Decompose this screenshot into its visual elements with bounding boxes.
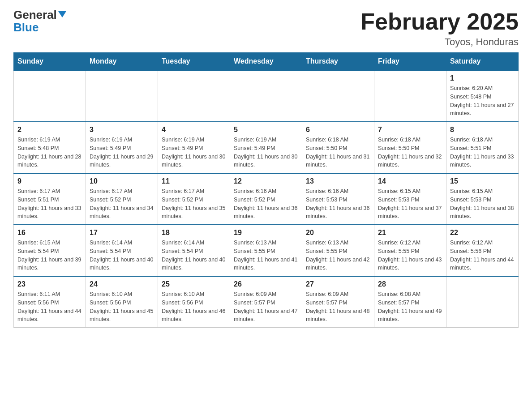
day-number: 9 [17,177,82,185]
calendar-cell: 5Sunrise: 6:19 AMSunset: 5:49 PMDaylight… [230,122,302,173]
day-info: Sunrise: 6:09 AMSunset: 5:57 PMDaylight:… [306,290,370,324]
day-info: Sunrise: 6:09 AMSunset: 5:57 PMDaylight:… [234,290,298,324]
day-info: Sunrise: 6:19 AMSunset: 5:49 PMDaylight:… [234,136,298,169]
day-number: 15 [450,177,515,185]
calendar-week-4: 16Sunrise: 6:15 AMSunset: 5:54 PMDayligh… [14,225,519,276]
day-info: Sunrise: 6:19 AMSunset: 5:49 PMDaylight:… [162,136,226,169]
day-info: Sunrise: 6:20 AMSunset: 5:48 PMDaylight:… [450,84,515,118]
day-number: 1 [450,74,515,82]
day-info: Sunrise: 6:08 AMSunset: 5:57 PMDaylight:… [378,290,442,324]
calendar-cell: 28Sunrise: 6:08 AMSunset: 5:57 PMDayligh… [374,276,446,328]
day-info: Sunrise: 6:15 AMSunset: 5:53 PMDaylight:… [450,187,515,221]
calendar-cell: 12Sunrise: 6:16 AMSunset: 5:52 PMDayligh… [230,173,302,225]
day-number: 24 [90,280,154,288]
calendar-cell: 25Sunrise: 6:10 AMSunset: 5:56 PMDayligh… [158,276,230,328]
header-wednesday: Wednesday [230,53,302,71]
calendar-cell: 11Sunrise: 6:17 AMSunset: 5:52 PMDayligh… [158,173,230,225]
calendar-cell: 23Sunrise: 6:11 AMSunset: 5:56 PMDayligh… [14,276,86,328]
day-number: 12 [234,177,298,185]
day-info: Sunrise: 6:17 AMSunset: 5:51 PMDaylight:… [17,187,82,221]
calendar-week-5: 23Sunrise: 6:11 AMSunset: 5:56 PMDayligh… [14,276,519,328]
header-saturday: Saturday [446,53,519,71]
header-tuesday: Tuesday [158,53,230,71]
day-number: 10 [90,177,154,185]
day-info: Sunrise: 6:10 AMSunset: 5:56 PMDaylight:… [162,290,226,324]
calendar-cell [374,70,446,122]
logo-triangle-icon [58,11,66,17]
title-block: February 2025 Toyos, Honduras [360,9,519,48]
day-number: 26 [234,280,298,288]
calendar-cell: 27Sunrise: 6:09 AMSunset: 5:57 PMDayligh… [302,276,374,328]
day-info: Sunrise: 6:19 AMSunset: 5:49 PMDaylight:… [90,136,154,169]
day-number: 2 [17,126,82,134]
calendar-cell: 24Sunrise: 6:10 AMSunset: 5:56 PMDayligh… [86,276,158,328]
calendar-cell: 21Sunrise: 6:12 AMSunset: 5:55 PMDayligh… [374,225,446,276]
calendar-cell: 22Sunrise: 6:12 AMSunset: 5:56 PMDayligh… [446,225,519,276]
calendar-cell: 19Sunrise: 6:13 AMSunset: 5:55 PMDayligh… [230,225,302,276]
calendar-cell: 20Sunrise: 6:13 AMSunset: 5:55 PMDayligh… [302,225,374,276]
logo-blue-text: Blue [13,21,39,33]
calendar-cell: 17Sunrise: 6:14 AMSunset: 5:54 PMDayligh… [86,225,158,276]
day-info: Sunrise: 6:12 AMSunset: 5:56 PMDaylight:… [450,239,515,272]
day-info: Sunrise: 6:13 AMSunset: 5:55 PMDaylight:… [234,239,298,272]
day-number: 19 [234,229,298,237]
day-number: 13 [306,177,370,185]
day-number: 28 [378,280,442,288]
calendar-cell: 4Sunrise: 6:19 AMSunset: 5:49 PMDaylight… [158,122,230,173]
day-info: Sunrise: 6:14 AMSunset: 5:54 PMDaylight:… [162,239,226,272]
day-info: Sunrise: 6:12 AMSunset: 5:55 PMDaylight:… [378,239,442,272]
day-number: 22 [450,229,515,237]
day-info: Sunrise: 6:16 AMSunset: 5:52 PMDaylight:… [234,187,298,221]
day-info: Sunrise: 6:16 AMSunset: 5:53 PMDaylight:… [306,187,370,221]
calendar-cell: 2Sunrise: 6:19 AMSunset: 5:48 PMDaylight… [14,122,86,173]
day-info: Sunrise: 6:13 AMSunset: 5:55 PMDaylight:… [306,239,370,272]
day-number: 18 [162,229,226,237]
calendar-cell: 26Sunrise: 6:09 AMSunset: 5:57 PMDayligh… [230,276,302,328]
day-info: Sunrise: 6:14 AMSunset: 5:54 PMDaylight:… [90,239,154,272]
calendar-cell: 3Sunrise: 6:19 AMSunset: 5:49 PMDaylight… [86,122,158,173]
calendar-cell [446,276,519,328]
header-monday: Monday [86,53,158,71]
calendar-cell: 1Sunrise: 6:20 AMSunset: 5:48 PMDaylight… [446,70,519,122]
header-thursday: Thursday [302,53,374,71]
month-title: February 2025 [360,9,519,34]
calendar-cell: 10Sunrise: 6:17 AMSunset: 5:52 PMDayligh… [86,173,158,225]
day-number: 20 [306,229,370,237]
day-number: 11 [162,177,226,185]
day-info: Sunrise: 6:15 AMSunset: 5:54 PMDaylight:… [17,239,82,272]
calendar-cell: 18Sunrise: 6:14 AMSunset: 5:54 PMDayligh… [158,225,230,276]
day-number: 3 [90,126,154,134]
day-info: Sunrise: 6:17 AMSunset: 5:52 PMDaylight:… [162,187,226,221]
day-number: 5 [234,126,298,134]
day-info: Sunrise: 6:15 AMSunset: 5:53 PMDaylight:… [378,187,442,221]
calendar-cell [230,70,302,122]
calendar-week-3: 9Sunrise: 6:17 AMSunset: 5:51 PMDaylight… [14,173,519,225]
calendar-cell: 8Sunrise: 6:18 AMSunset: 5:51 PMDaylight… [446,122,519,173]
day-number: 16 [17,229,82,237]
calendar-cell: 7Sunrise: 6:18 AMSunset: 5:50 PMDaylight… [374,122,446,173]
calendar-cell [86,70,158,122]
calendar-cell [14,70,86,122]
day-number: 27 [306,280,370,288]
weekday-header-row: Sunday Monday Tuesday Wednesday Thursday… [14,53,519,71]
day-number: 6 [306,126,370,134]
day-number: 8 [450,126,515,134]
calendar-table: Sunday Monday Tuesday Wednesday Thursday… [13,52,519,328]
calendar-cell: 6Sunrise: 6:18 AMSunset: 5:50 PMDaylight… [302,122,374,173]
calendar-cell [302,70,374,122]
calendar-cell: 14Sunrise: 6:15 AMSunset: 5:53 PMDayligh… [374,173,446,225]
day-number: 17 [90,229,154,237]
day-number: 23 [17,280,82,288]
day-info: Sunrise: 6:10 AMSunset: 5:56 PMDaylight:… [90,290,154,324]
day-info: Sunrise: 6:11 AMSunset: 5:56 PMDaylight:… [17,290,82,324]
day-info: Sunrise: 6:19 AMSunset: 5:48 PMDaylight:… [17,136,82,169]
day-number: 21 [378,229,442,237]
day-info: Sunrise: 6:18 AMSunset: 5:50 PMDaylight:… [306,136,370,169]
calendar-cell: 9Sunrise: 6:17 AMSunset: 5:51 PMDaylight… [14,173,86,225]
day-number: 14 [378,177,442,185]
calendar-cell: 13Sunrise: 6:16 AMSunset: 5:53 PMDayligh… [302,173,374,225]
day-number: 25 [162,280,226,288]
page-header: General Blue February 2025 Toyos, Hondur… [13,9,519,48]
calendar-cell: 16Sunrise: 6:15 AMSunset: 5:54 PMDayligh… [14,225,86,276]
calendar-week-2: 2Sunrise: 6:19 AMSunset: 5:48 PMDaylight… [14,122,519,173]
